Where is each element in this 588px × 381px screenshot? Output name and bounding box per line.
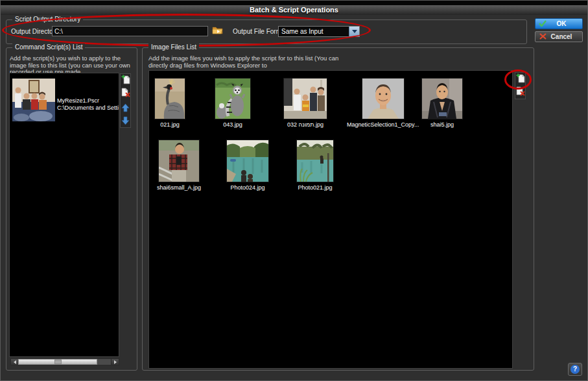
add-script-button[interactable]	[121, 75, 130, 86]
ok-button-label: OK	[550, 20, 582, 27]
image-item[interactable]: 043.jpg	[215, 78, 251, 128]
thumbnail-river-reeds	[296, 140, 334, 182]
thumbnail-plaid-shirt-man	[158, 140, 200, 182]
thumbnail-lemur	[215, 78, 251, 119]
remove-file-icon	[516, 86, 525, 99]
image-item[interactable]: Photo024.jpg	[226, 140, 269, 191]
thumbnail-smiling-man	[362, 78, 405, 119]
image-item[interactable]: 021.jpg	[154, 78, 185, 128]
move-script-down-button[interactable]	[121, 117, 130, 127]
batch-script-dialog: Batch & Script Operations Script Output …	[0, 0, 588, 381]
cancel-button-label: Cancel	[550, 33, 582, 40]
image-filename: 021.jpg	[160, 121, 180, 128]
check-icon	[535, 20, 550, 28]
remove-file-icon	[121, 88, 130, 100]
thumbnail-group-photo	[283, 78, 327, 119]
script-list[interactable]: MyResize1.Pscr C:\Documents and Setting	[9, 73, 119, 357]
folder-icon	[212, 25, 223, 37]
image-filename: 043.jpg	[223, 121, 242, 128]
x-icon	[535, 33, 550, 41]
scrollbar-thumb[interactable]	[18, 359, 97, 365]
move-script-up-button[interactable]	[121, 104, 130, 114]
dialog-title: Batch & Script Operations	[1, 5, 587, 15]
command-scripts-label: Command Script(s) List	[12, 43, 85, 51]
scroll-right-arrow[interactable]	[111, 359, 119, 365]
cancel-button[interactable]: Cancel	[535, 31, 583, 42]
images-instructions: Add the image files you wish to apply th…	[148, 55, 343, 69]
browse-directory-button[interactable]	[211, 25, 224, 37]
image-filename: Photo021.jpg	[298, 184, 332, 191]
image-filename: shai5.jpg	[430, 121, 454, 128]
image-list-toolbar	[515, 72, 526, 99]
help-button[interactable]: ?	[568, 363, 582, 376]
image-filename: MagneticSelection1_Copy...	[347, 121, 419, 128]
ok-button[interactable]: OK	[535, 18, 583, 29]
output-file-format-value: Same as Input	[279, 28, 349, 35]
remove-image-button[interactable]	[515, 87, 525, 97]
image-item[interactable]: 032 תמונה.jpg	[283, 78, 327, 128]
add-file-icon	[516, 73, 525, 86]
image-file-list[interactable]: 021.jpg 043.jpg	[148, 70, 513, 369]
script-item-path[interactable]: C:\Documents and Setting	[57, 104, 119, 112]
script-item-name[interactable]: MyResize1.Pscr	[57, 97, 99, 104]
thumbnail-leather-jacket-man	[421, 78, 463, 119]
add-image-button[interactable]	[515, 74, 525, 84]
script-list-hscrollbar[interactable]	[10, 358, 119, 365]
output-directory-input[interactable]	[52, 26, 208, 36]
image-files-label: Image Files List	[148, 43, 199, 51]
script-list-toolbar	[120, 73, 131, 128]
thumbnail-river-boat	[226, 140, 269, 182]
image-filename: 032 תמונה.jpg	[287, 121, 323, 128]
down-arrow-icon	[121, 116, 130, 128]
up-arrow-icon	[121, 103, 130, 115]
script-output-directory-label: Script Output Directory	[12, 16, 83, 23]
remove-script-button[interactable]	[121, 88, 130, 99]
add-file-icon	[121, 75, 130, 87]
thumbnail-crane	[154, 78, 185, 119]
image-item[interactable]: shai5.jpg	[421, 78, 463, 128]
image-item[interactable]: MagneticSelection1_Copy...	[347, 78, 419, 128]
chevron-down-icon[interactable]	[349, 27, 359, 36]
titlebar-top-strip	[1, 1, 587, 5]
image-item[interactable]: Photo021.jpg	[296, 140, 334, 191]
output-file-format-select[interactable]: Same as Input	[278, 26, 360, 37]
image-filename: shai6small_A.jpg	[157, 184, 201, 191]
question-icon: ?	[570, 365, 580, 374]
image-item[interactable]: shai6small_A.jpg	[157, 140, 201, 191]
image-filename: Photo024.jpg	[230, 184, 265, 191]
script-item-thumbnail[interactable]	[12, 79, 55, 124]
